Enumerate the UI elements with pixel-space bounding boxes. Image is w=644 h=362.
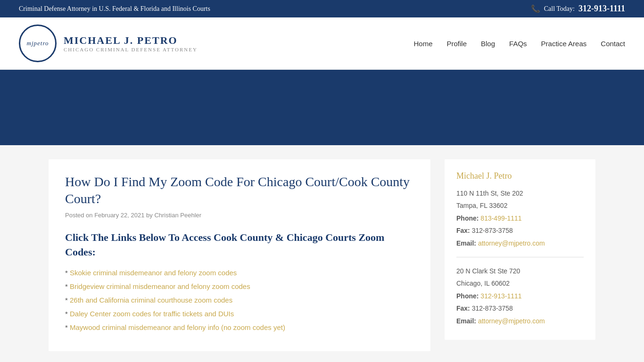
fax1-line: Fax: 312-873-3758 — [456, 225, 584, 236]
address2-line2: Chicago, IL 60602 — [456, 278, 584, 288]
nav-home[interactable]: Home — [413, 40, 432, 48]
list-item: * Daley Center zoom codes for traffic ti… — [65, 310, 414, 318]
main-container: How Do I Find My Zoom Code For Chicago C… — [39, 145, 605, 362]
meta-posted: Posted on — [65, 212, 93, 219]
post-meta: Posted on February 22, 2021 by Christian… — [65, 212, 414, 219]
logo-text: MICHAEL J. PETRO CHICAGO CRIMINAL DEFENS… — [64, 34, 198, 52]
lawyer-name: MICHAEL J. PETRO — [64, 34, 198, 47]
list-prefix: * — [65, 310, 70, 318]
email1-label: Email: — [456, 239, 476, 247]
sidebar-contact-name: Michael J. Petro — [456, 171, 584, 181]
logo-area: mjpetro MICHAEL J. PETRO CHICAGO CRIMINA… — [19, 25, 198, 62]
list-prefix: * — [65, 296, 70, 304]
fax1-value: 312-873-3758 — [472, 227, 513, 234]
meta-by: by — [146, 212, 153, 219]
fax1-label: Fax: — [456, 227, 470, 234]
phone2-line: Phone: 312-913-1111 — [456, 291, 584, 301]
hero-banner — [0, 70, 644, 145]
zoom-link-daley[interactable]: Daley Center zoom codes for traffic tick… — [70, 310, 234, 318]
call-today-label: Call Today: — [544, 5, 575, 13]
phone2-link[interactable]: 312-913-1111 — [480, 292, 521, 300]
phone-icon: 📞 — [531, 4, 540, 13]
email1-line: Email: attorney@mjpetro.com — [456, 238, 584, 248]
zoom-link-skokie[interactable]: Skokie criminal misdemeanor and felony z… — [70, 269, 237, 277]
email2-link[interactable]: attorney@mjpetro.com — [478, 317, 545, 325]
tagline: Criminal Defense Attorney in U.S. Federa… — [19, 5, 210, 13]
list-item: * Bridgeview criminal misdemeanor and fe… — [65, 282, 414, 290]
zoom-link-bridgeview[interactable]: Bridgeview criminal misdemeanor and felo… — [70, 282, 250, 290]
zoom-links-list: * Skokie criminal misdemeanor and felony… — [65, 269, 414, 331]
meta-author: Christian Peehler — [154, 212, 201, 219]
post-subtitle: Click The Links Below To Access Cook Cou… — [65, 230, 414, 260]
content-area: How Do I Find My Zoom Code For Chicago C… — [49, 159, 430, 351]
phone1-line: Phone: 813-499-1111 — [456, 213, 584, 223]
meta-date: February 22, 2021 — [94, 212, 144, 219]
nav-faqs[interactable]: FAQs — [509, 40, 527, 48]
phone1-link[interactable]: 813-499-1111 — [480, 214, 521, 222]
fax2-label: Fax: — [456, 304, 470, 312]
nav-practice-areas[interactable]: Practice Areas — [541, 40, 587, 48]
list-item: * Maywood criminal misdemeanor and felon… — [65, 323, 414, 331]
zoom-link-maywood[interactable]: Maywood criminal misdemeanor and felony … — [70, 323, 285, 331]
main-nav: Home Profile Blog FAQs Practice Areas Co… — [413, 40, 625, 48]
logo-circle: mjpetro — [19, 25, 57, 62]
email1-link[interactable]: attorney@mjpetro.com — [478, 239, 545, 247]
sidebar-contact-card: Michael J. Petro 110 N 11th St, Ste 202 … — [445, 159, 595, 340]
sidebar: Michael J. Petro 110 N 11th St, Ste 202 … — [445, 159, 595, 351]
address2-line1: 20 N Clark St Ste 720 — [456, 266, 584, 276]
fax2-value: 312-873-3758 — [472, 304, 513, 312]
zoom-link-26th[interactable]: 26th and California criminal courthouse … — [70, 296, 232, 304]
top-phone-number: 312-913-1111 — [578, 4, 625, 14]
address1-line1: 110 N 11th St, Ste 202 — [456, 188, 584, 198]
list-item: * 26th and California criminal courthous… — [65, 296, 414, 304]
list-prefix: * — [65, 323, 70, 331]
phone2-label: Phone: — [456, 292, 479, 300]
lawyer-subtitle: CHICAGO CRIMINAL DEFENSE ATTORNEY — [64, 47, 198, 52]
nav-contact[interactable]: Contact — [601, 40, 625, 48]
top-bar: Criminal Defense Attorney in U.S. Federa… — [0, 0, 644, 17]
list-item: * Skokie criminal misdemeanor and felony… — [65, 269, 414, 277]
email2-label: Email: — [456, 317, 476, 325]
post-title: How Do I Find My Zoom Code For Chicago C… — [65, 173, 414, 208]
list-prefix: * — [65, 269, 70, 277]
address1-line2: Tampa, FL 33602 — [456, 200, 584, 211]
nav-blog[interactable]: Blog — [481, 40, 495, 48]
phone1-label: Phone: — [456, 214, 479, 222]
phone-area: 📞 Call Today: 312-913-1111 — [531, 4, 625, 14]
email2-line: Email: attorney@mjpetro.com — [456, 316, 584, 326]
fax2-line: Fax: 312-873-3758 — [456, 303, 584, 313]
nav-profile[interactable]: Profile — [447, 40, 467, 48]
site-header: mjpetro MICHAEL J. PETRO CHICAGO CRIMINA… — [0, 17, 644, 70]
logo-initials: mjpetro — [27, 40, 49, 47]
sidebar-divider — [456, 257, 584, 257]
list-prefix: * — [65, 282, 70, 290]
